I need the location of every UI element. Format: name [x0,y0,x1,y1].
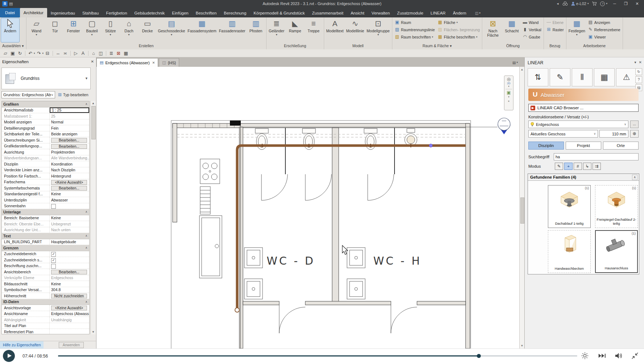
storey-dropdown[interactable]: Aktuelles Geschoss ∨ [528,130,598,138]
offset-input[interactable]: 110 mm [599,130,628,138]
ribbon-button-raster[interactable]: ⊞Raster [545,26,565,33]
default-3d-view-icon[interactable]: ⌂ [90,50,97,57]
pipe-end-cap[interactable] [235,308,239,312]
ribbon-button-pfosten[interactable]: ▥Pfosten [247,18,265,42]
ribbon-button-fassadensystem[interactable]: ▦Fassadensystem [186,18,217,42]
section-header-unterlage[interactable]: Unterlage∧ [2,209,89,215]
section-marker[interactable] [498,118,511,134]
pan-icon[interactable]: ● [508,99,510,103]
pipe-connector-grip[interactable] [429,144,433,147]
section-header-grafiken[interactable]: Grafiken∧ [2,101,89,107]
dropdown-icon[interactable]: ▾ [432,36,433,38]
ribbon-tab-architektur[interactable]: Architektur [20,8,47,17]
ribbon-button-fl-che[interactable]: ▩Fläche▾ [436,19,481,26]
pipe-systems-button[interactable]: ⫴ [572,68,593,86]
ribbon-tab-datei[interactable]: Datei [0,8,20,17]
property-value[interactable]: <Keine Auswahl> [50,305,89,311]
property-value[interactable] [50,323,89,329]
property-button[interactable]: <Keine Auswahl> [51,180,87,185]
ribbon-button-gaube[interactable]: ◠Gaube [521,33,542,40]
switch-windows-icon[interactable]: ▦ [123,50,129,57]
ribbon-button-fassadenraster[interactable]: ▥Fassadenraster [218,18,247,42]
refresh-icon[interactable]: ↻ [635,68,642,75]
property-value[interactable]: Koordination [50,161,89,167]
property-checkbox[interactable] [51,264,56,269]
play-button[interactable] [3,350,15,362]
ribbon-button-referenzebene[interactable]: ✎Referenzebene [587,26,622,33]
property-button[interactable]: Bearbeiten... [51,270,87,274]
property-value[interactable]: Fein [50,125,89,131]
ribbon-button-ebene[interactable]: —Ebene [545,19,565,26]
wall-right[interactable] [466,123,470,348]
search-input[interactable]: ha [554,153,639,160]
help-icon[interactable]: ? ▾ [600,1,607,6]
print-icon[interactable]: ⊟ [44,50,51,57]
family-card-freispiegel-dachablauf-2-teilig[interactable]: Freispiegel-Dachablauf 2-teilig(1) [595,185,638,228]
ribbon-button-nach-fl-che[interactable]: ⊠Nach Fläche [483,18,502,42]
wall-plumbing[interactable] [332,128,339,303]
property-button[interactable]: Bearbeiten... [51,186,87,191]
ribbon-tab-zusammenarbeit[interactable]: Zusammenarbeit [309,9,347,17]
property-value[interactable] [50,263,89,269]
entrance-doors[interactable] [279,305,417,333]
warnings-button[interactable]: ⚠ [616,68,637,86]
family-grid-button[interactable]: ▦ [594,68,615,86]
progress-bar[interactable] [58,355,577,356]
properties-scrollbar[interactable]: ▲ ▼ [90,101,96,334]
kitchen-stove[interactable] [200,159,220,184]
close-view-icon[interactable]: ✕ [152,61,155,65]
ribbon-tab-berechnung[interactable]: Berechnung [220,9,250,17]
linear-tab-orte[interactable]: Orte [603,142,639,150]
ribbon-button-raum-beschriften[interactable]: ▧Raum beschriften▾ [393,33,436,40]
ribbon-button-decke[interactable]: ▭Decke [139,18,157,42]
dropdown-icon[interactable]: ▼ [575,34,578,36]
linear-tab-disziplin[interactable]: Disziplin [528,142,564,150]
ribbon-button-wand[interactable]: ▬Wand [521,19,542,26]
ribbon-display-toggle-icon[interactable]: ◫ ▾ [475,9,480,17]
canvas-scrollbar[interactable]: ▲ ▼ [519,67,524,348]
stall-doors[interactable] [261,174,394,200]
level-browse-button[interactable]: ... [630,121,639,128]
dropdown-icon[interactable]: ▾ [457,21,458,24]
ribbon-button-rampe[interactable]: ◣Rampe [286,18,304,42]
ribbon-tab-beschriften[interactable]: Beschriften [192,9,220,17]
section-header-grenzen[interactable]: Grenzen∧ [2,245,89,251]
property-edit-box[interactable]: 1 : 25 [50,107,89,113]
ribbon-button-st-tze[interactable]: ▯Stütze▼ [102,18,120,42]
ribbon-button-wand[interactable]: ▱Wand▼ [28,18,46,42]
property-value[interactable]: Keine [50,191,89,197]
view-tab-erdgeschoss[interactable]: ▤ Erdgeschoss (Abwasser) ✕ [96,58,158,67]
scrollbar-thumb[interactable] [520,197,524,224]
ribbon-tab-fertigbeton[interactable]: Fertigbeton [102,9,131,17]
sync-with-central-icon[interactable]: ↻ [17,50,23,57]
kitchen-cabinet[interactable] [199,216,222,278]
wall-middle[interactable] [239,127,243,348]
ribbon-button-schacht[interactable]: ▦Schacht [503,18,521,42]
property-value[interactable] [50,329,89,334]
ribbon-tab-stahlbau[interactable]: Stahlbau [79,9,102,17]
edit-pencil-button[interactable]: ✎ [550,68,570,86]
linear-tab-projekt[interactable]: Projekt [566,142,601,150]
property-button[interactable]: Bearbeiten... [51,138,87,143]
ribbon-tab-linear[interactable]: LINEAR [427,9,449,17]
kitchen-shelf[interactable] [200,187,210,214]
section-head[interactable] [230,121,241,126]
search-binoculars-icon[interactable] [562,1,568,6]
collapse-search-icon[interactable]: ◄ [556,2,559,5]
property-value[interactable]: Hintergrund [50,173,89,179]
ribbon-tab-ingenieurbau[interactable]: Ingenieurbau [47,9,79,17]
tag-by-category-icon[interactable]: ▷ [73,50,79,57]
ribbon-button-fl-chen-begrenzung[interactable]: ▨Flächen- begrenzung [436,26,481,33]
property-value[interactable] [50,203,89,209]
ribbon-tab-k-rpermodell-grundst-ck[interactable]: Körpermodell & Grundstück [250,9,308,17]
settings-gear-icon[interactable] [581,352,590,360]
property-value[interactable]: Bearbeiten... [50,269,89,275]
scroll-up-icon[interactable]: ▲ [91,102,96,105]
ribbon-tab-verwalten[interactable]: Verwalten [368,9,394,17]
dropdown-icon[interactable]: ▾ [42,52,44,55]
stall-dividers[interactable] [285,128,395,174]
property-value[interactable]: Abwasser [50,197,89,203]
dropdown-icon[interactable]: ▼ [170,34,173,36]
collapse-icon[interactable]: ∧ [85,102,87,106]
ribbon-tab-ansicht[interactable]: Ansicht [347,9,368,17]
